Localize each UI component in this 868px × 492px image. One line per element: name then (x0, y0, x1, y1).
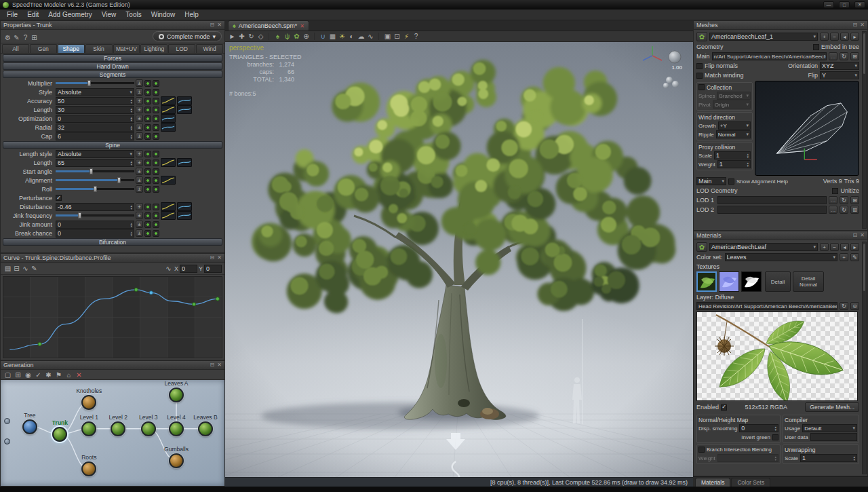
spinner-length[interactable]: 30▴▾ (56, 106, 134, 114)
plus-minus-button[interactable]: ± (136, 221, 143, 228)
float-panel-icon[interactable]: ⊟ (210, 362, 215, 368)
screenshot-icon[interactable]: ⊡ (393, 32, 401, 41)
curve-link-button[interactable] (153, 212, 159, 219)
meshes-panel-header[interactable]: Meshes ⊟ ✕ (694, 21, 867, 30)
curve-link-button[interactable] (153, 151, 159, 157)
menu-window[interactable]: Window (146, 10, 180, 19)
unwrap-scale-spinner[interactable]: 1 ▴▾ (800, 454, 857, 462)
close-window-button[interactable]: ✕ (854, 1, 865, 8)
spinner-break-chance[interactable]: 0▴▾ (56, 229, 134, 238)
curve-thumbnail[interactable] (177, 158, 192, 167)
plus-minus-button[interactable]: ± (136, 212, 143, 219)
curve-link-button[interactable] (153, 221, 159, 228)
smooth-curve-icon[interactable]: ∿ (21, 264, 30, 273)
dropdown-length-style[interactable]: Absolute▾ (56, 150, 134, 158)
float-panel-icon[interactable]: ⊟ (853, 233, 858, 238)
section-forces[interactable]: Forces (3, 54, 222, 62)
light-icon[interactable]: ☀ (338, 32, 347, 41)
close-panel-icon[interactable]: ✕ (860, 22, 865, 28)
node-leaves-b[interactable] (198, 421, 213, 436)
section-hand-drawn[interactable]: Hand Drawn (3, 62, 222, 70)
delete-node-icon[interactable]: ✕ (75, 371, 83, 379)
curve-link-button[interactable] (153, 115, 159, 122)
texture-preview[interactable] (696, 311, 858, 401)
node-tree[interactable] (22, 419, 37, 434)
curve-thumbnail[interactable] (161, 211, 176, 220)
remove-material-button[interactable]: − (830, 243, 839, 251)
show-alignment-checkbox[interactable] (728, 178, 734, 185)
tab-lod[interactable]: LOD (168, 44, 195, 53)
y-input[interactable] (204, 265, 222, 273)
texture-path-field[interactable]: Head Revision/Art Support/American Beech… (696, 302, 837, 310)
preview-mode-dropdown[interactable]: Main ▾ (696, 177, 726, 185)
usage-dropdown[interactable]: Default ▾ (802, 424, 857, 432)
tab-skin[interactable]: Skin (85, 44, 113, 53)
show-tree-icon[interactable]: ♠ (273, 32, 282, 41)
curve-editor[interactable] (3, 276, 222, 361)
snap-icon[interactable]: ⊟ (12, 264, 21, 273)
close-tab-icon[interactable]: ✕ (300, 23, 304, 29)
orientation-dropdown[interactable]: XYZ ▾ (820, 62, 859, 70)
tab-shape[interactable]: Shape (58, 44, 85, 53)
remove-mesh-button[interactable]: − (830, 33, 839, 41)
variance-button[interactable] (144, 204, 151, 210)
mesh-options-icon[interactable]: ⊞ (850, 196, 859, 204)
variance-button[interactable] (144, 133, 151, 140)
enabled-checkbox[interactable]: ✓ (721, 404, 727, 411)
plus-minus-button[interactable]: ± (136, 115, 143, 122)
variance-button[interactable] (144, 186, 151, 193)
curve-thumbnail[interactable] (177, 105, 192, 114)
plus-minus-button[interactable]: ± (136, 88, 143, 96)
browse-button[interactable]: … (829, 196, 837, 204)
node-level-3[interactable] (141, 421, 156, 436)
curve-link-button[interactable] (153, 159, 159, 166)
curve-link-button[interactable] (153, 177, 159, 184)
plus-minus-button[interactable]: ± (136, 79, 143, 87)
material-selector-dropdown[interactable]: AmericanBeechLeaf ▾ (709, 243, 818, 251)
slider-start-angle[interactable] (56, 168, 134, 174)
curve-link-button[interactable] (153, 230, 159, 237)
spinner-accuracy[interactable]: 50▴▾ (56, 97, 134, 105)
color-set-dropdown[interactable]: Leaves ▾ (725, 253, 837, 261)
node-gumballs[interactable] (169, 453, 184, 468)
float-panel-icon[interactable]: ⊟ (853, 22, 858, 28)
variance-button[interactable] (144, 221, 151, 228)
curve-link-button[interactable] (153, 186, 159, 193)
pin-icon[interactable]: ⊞ (30, 33, 39, 42)
minimize-button[interactable]: — (823, 1, 834, 8)
ripple-dropdown[interactable]: Normal ▾ (716, 130, 751, 138)
reload-mesh-icon[interactable]: ↻ (840, 52, 848, 60)
edit-icon[interactable]: ✎ (12, 33, 21, 42)
maximize-button[interactable]: □ (839, 1, 850, 8)
enable-node-icon[interactable]: ✓ (34, 371, 43, 379)
menu-edit[interactable]: Edit (22, 10, 43, 19)
close-panel-icon[interactable]: ✕ (217, 255, 222, 261)
wind-icon[interactable]: ∿ (366, 32, 375, 41)
mesh-selector-dropdown[interactable]: AmericanBeechLeaf_1 ▾ (709, 33, 818, 41)
lod2-mesh-field[interactable] (717, 206, 827, 214)
plus-minus-button[interactable]: ± (136, 203, 143, 210)
materials-scrollbar[interactable] (862, 242, 867, 474)
flag-icon[interactable]: ⚑ (54, 371, 63, 379)
node-trunk[interactable] (52, 427, 67, 442)
shadow-icon[interactable]: ◐ (347, 32, 356, 41)
magnet-icon[interactable]: ∪ (319, 32, 328, 41)
flip-normals-checkbox[interactable] (696, 63, 703, 69)
bottom-tab-materials[interactable]: Materials (695, 478, 730, 487)
curve-link-button[interactable] (153, 89, 159, 96)
curve-thumbnail[interactable] (161, 176, 176, 185)
viewport-3d[interactable]: perspective TRIANGLES - SELECTED branche… (225, 42, 693, 477)
user-data-field[interactable] (810, 433, 857, 441)
slider-multiplier[interactable] (56, 80, 134, 86)
curve-link-button[interactable] (153, 168, 159, 175)
plus-minus-button[interactable]: ± (136, 150, 143, 157)
curve-link-button[interactable] (153, 204, 159, 210)
tab-mat-uv[interactable]: Mat+UV (113, 44, 140, 53)
section-spine[interactable]: Spine (3, 141, 222, 149)
curve-thumbnail[interactable] (161, 158, 176, 167)
help-icon[interactable]: ? (412, 32, 420, 41)
detail-button[interactable]: Detail (765, 271, 791, 292)
close-panel-icon[interactable]: ✕ (217, 22, 222, 28)
generation-panel-header[interactable]: Generation ⊟ ✕ (1, 361, 224, 370)
fog-icon[interactable]: ☁ (357, 32, 366, 41)
